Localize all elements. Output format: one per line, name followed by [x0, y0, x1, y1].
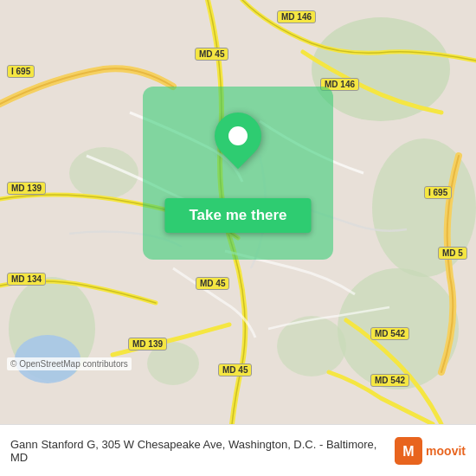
map-container: Take me there MD 146 MD 45 MD 146 I 695 …	[0, 0, 476, 424]
svg-text:M: M	[402, 444, 414, 459]
road-label-md139: MD 139	[7, 182, 46, 195]
road-label-i695-right: I 695	[424, 186, 452, 199]
road-label-md139-bot: MD 139	[128, 338, 167, 351]
info-bar: Gann Stanford G, 305 W Chesapeake Ave, W…	[0, 424, 476, 476]
road-label-md45-top: MD 45	[195, 48, 228, 61]
road-label-md542-br: MD 542	[370, 327, 409, 340]
moovit-icon-svg: M	[395, 437, 422, 465]
osm-credit-text: © OpenStreetMap contributors	[10, 359, 128, 369]
road-label-md45-mid: MD 45	[196, 277, 229, 290]
road-label-i695-top: I 695	[7, 65, 35, 78]
road-label-md134: MD 134	[7, 273, 46, 286]
road-label-md542-bot: MD 542	[370, 374, 409, 387]
road-label-md5-right: MD 5	[438, 247, 467, 260]
moovit-text: moovit	[426, 444, 466, 458]
moovit-logo: M moovit	[395, 437, 466, 465]
take-me-there-button[interactable]: Take me there	[164, 198, 311, 233]
road-label-md45-bot: MD 45	[218, 363, 252, 376]
road-label-md146-top: MD 146	[277, 10, 316, 23]
location-pin	[215, 113, 261, 159]
osm-credit: © OpenStreetMap contributors	[7, 357, 132, 370]
address-text: Gann Stanford G, 305 W Chesapeake Ave, W…	[10, 438, 395, 464]
